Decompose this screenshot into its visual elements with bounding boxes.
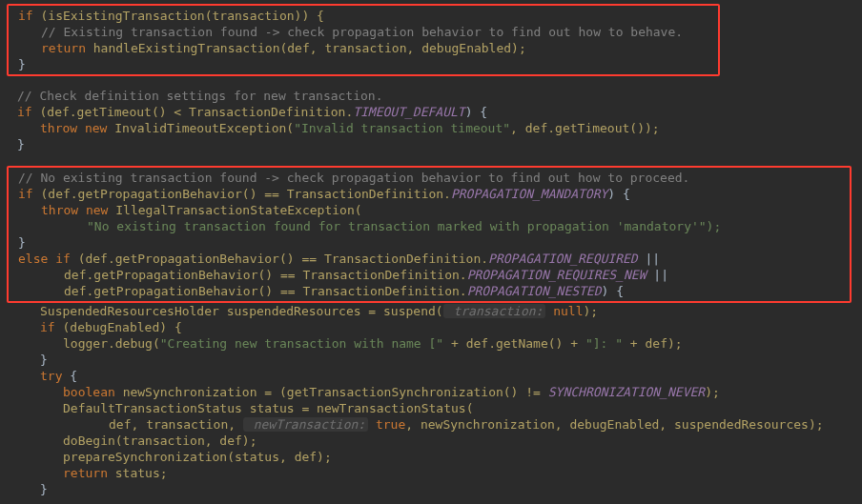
code-line: return status; [10,465,862,481]
code-line: } [10,352,862,368]
code-text: (def.getTimeout() < TransactionDefinitio… [39,105,353,119]
code-line: else if (def.getPropagationBehavior() ==… [10,251,848,267]
code-text: (def.getPropagationBehavior() == Transac… [78,252,488,266]
string: "]: " [585,336,623,351]
param-hint: transaction: [443,304,546,318]
code-text: SuspendedResourcesHolder suspendedResour… [40,304,443,318]
code-text: def, transaction, [109,417,243,432]
code-line: // No existing transaction found -> chec… [10,170,848,186]
code-text: + def.getName() + [443,336,585,351]
string: "Invalid transaction timeout" [294,121,510,135]
code-line: SuspendedResourcesHolder suspendedResour… [10,303,862,319]
keyword: throw new [40,121,114,135]
code-text: (debugEnabled) { [62,320,181,334]
constant: PROPAGATION_REQUIRES_NEW [467,268,646,282]
keyword: null [553,304,583,318]
code-text: (isExistingTransaction(transaction)) { [40,9,323,23]
code-line: if (def.getTimeout() < TransactionDefini… [10,104,862,120]
code-line: } [10,234,848,251]
constant: PROPAGATION_NESTED [467,284,602,298]
constant: PROPAGATION_REQUIRED [488,252,638,266]
constant: SYNCHRONIZATION_NEVER [548,385,705,399]
code-text: status; [115,466,168,480]
code-text: prepareSynchronization(status, def); [63,450,332,464]
code-line: throw new IllegalTransactionStateExcepti… [10,202,848,218]
code-line: logger.debug("Creating new transaction w… [10,335,862,352]
code-line: doBegin(transaction, def); [10,433,862,449]
code-text: } [18,57,26,71]
code-line: def.getPropagationBehavior() == Transact… [10,267,848,283]
code-line: boolean newSynchronization = (getTransac… [10,384,862,400]
comment: // Check definition settings for new tra… [17,89,383,103]
keyword: true [376,417,405,432]
code-text: (def.getPropagationBehavior() == Transac… [40,187,450,201]
comment: // Existing transaction found -> check p… [41,25,683,39]
code-line: return handleExistingTransaction(def, tr… [10,40,716,56]
string: "Creating new transaction with name [" [160,336,443,351]
code-line: throw new InvalidTimeoutException("Inval… [10,120,862,136]
code-text: newSynchronization = (getTransactionSync… [123,385,548,399]
code-text: ); [584,304,599,318]
code-line: // Check definition settings for new tra… [10,88,862,104]
code-text: doBegin(transaction, def); [63,433,257,448]
code-text: ) { [465,105,487,119]
code-line: def.getPropagationBehavior() == Transact… [10,283,848,299]
constant: TIMEOUT_DEFAULT [353,105,464,119]
code-text: ) { [607,187,629,201]
code-line: prepareSynchronization(status, def); [10,449,862,465]
code-line: // Existing transaction found -> check p… [10,24,716,40]
keyword: if [40,320,62,334]
code-text: { [70,369,77,383]
keyword: if [18,187,40,201]
code-text: handleExistingTransaction(def, transacti… [93,41,526,55]
code-line: if (isExistingTransaction(transaction)) … [10,8,716,24]
code-line: DefaultTransactionStatus status = newTra… [10,400,862,416]
code-text: || [646,268,667,282]
code-line: try { [10,368,862,384]
code-text: } [40,482,48,496]
keyword: throw new [41,203,115,217]
code-text: InvalidTimeoutException( [114,121,294,135]
code-text: } [17,137,25,151]
code-text: } [18,235,26,250]
code-text: ) { [602,284,624,298]
highlight-box-1: if (isExistingTransaction(transaction)) … [7,4,720,76]
keyword: else if [18,252,78,266]
code-text: } [40,353,48,367]
code-text: DefaultTransactionStatus status = newTra… [63,401,473,415]
code-line: } [10,136,862,152]
code-editor: if (isExistingTransaction(transaction)) … [0,0,862,501]
code-text: IllegalTransactionStateException( [115,203,361,217]
keyword: try [40,369,70,383]
code-text: , newSynchronization, debugEnabled, susp… [405,417,823,432]
code-text: def.getPropagationBehavior() == Transact… [64,284,467,298]
code-text: , def.getTimeout()); [510,121,660,135]
code-text: || [638,252,660,266]
highlight-box-2: // No existing transaction found -> chec… [7,166,852,303]
code-text: + def); [623,336,683,351]
keyword: return [63,466,115,480]
code-line: "No existing transaction found for trans… [10,218,848,234]
code-line: if (def.getPropagationBehavior() == Tran… [10,186,848,202]
code-text: def.getPropagationBehavior() == Transact… [64,268,467,282]
keyword: if [18,9,40,23]
param-hint: newTransaction: [243,417,368,432]
keyword: if [17,105,39,119]
keyword: boolean [63,385,123,399]
comment: // No existing transaction found -> chec… [18,171,689,185]
string: "No existing transaction found for trans… [87,219,721,233]
code-line: } [10,56,716,72]
code-line: } [10,481,862,497]
code-line: def, transaction, newTransaction: true, … [10,416,862,433]
code-line: if (debugEnabled) { [10,319,862,335]
keyword: return [41,41,93,55]
code-text: ); [705,385,720,399]
code-text: logger.debug( [63,336,160,351]
constant: PROPAGATION_MANDATORY [451,187,607,201]
